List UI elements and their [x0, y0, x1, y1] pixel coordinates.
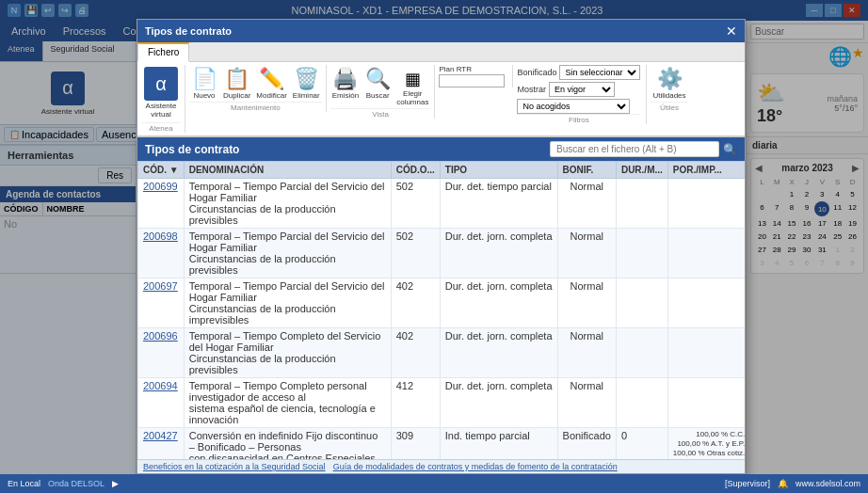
atena-group: α Asistentevirtual Atenea — [141, 65, 185, 133]
row-por — [667, 378, 745, 428]
tipos-contrato-modal: Tipos de contrato ✕ Fichero α Asistentev… — [137, 19, 746, 474]
bottom-links-bar: Beneficios en la cotización a la Segurid… — [137, 459, 745, 473]
bottom-status-bar: En Local Onda DELSOL ▶ [Supervisor] 🔔 ww… — [0, 474, 868, 493]
modal-ribbon-content: α Asistentevirtual Atenea 📄 Nuevo 📋 Dupl… — [137, 62, 745, 136]
utilidades-buttons: ⚙️ Utilidades — [651, 65, 687, 102]
vista-buttons: 🖨️ Emisión 🔍 Buscar ▦ Elegircolumnas — [330, 65, 431, 108]
website-label: www.sdelsol.com — [796, 479, 860, 488]
table-row[interactable]: 200696 Temporal – Tiempo Completo del Se… — [138, 328, 746, 378]
table-row[interactable]: 200699 Temporal – Tiempo Parcial del Ser… — [138, 179, 746, 229]
row-tipo: Dur. det. tiempo parcial — [440, 179, 557, 229]
row-por — [667, 179, 745, 229]
row-codo: 402 — [391, 328, 440, 378]
percent-line-1: 100,00 % C.C. — [673, 430, 745, 438]
plan-rtr-input[interactable] — [439, 74, 505, 87]
mostrar-row: Mostrar En vigor Todos Caducados — [517, 82, 640, 97]
row-name: Temporal – Tiempo Completo del Servicio … — [184, 328, 391, 378]
col-dur[interactable]: DUR./M... — [616, 162, 667, 179]
row-por — [667, 278, 745, 328]
row-tipo: Dur. det. jorn. completa — [440, 278, 557, 328]
row-bonif: Normal — [557, 378, 616, 428]
row-code[interactable]: 200697 — [138, 278, 185, 328]
row-tipo: Dur. det. jorn. completa — [440, 229, 557, 278]
modal-tab-fichero[interactable]: Fichero — [137, 42, 189, 62]
col-codigo[interactable]: CÓD. ▼ — [138, 162, 185, 179]
plan-rtr-label: Plan RTR — [439, 65, 505, 73]
row-por — [667, 328, 745, 378]
row-code[interactable]: 200696 — [138, 328, 185, 378]
row-name: Temporal – Tiempo Completo personal inve… — [184, 378, 391, 428]
percent-line-2: 100,00 % A.T. y E.P. — [673, 439, 745, 448]
mostrar-select[interactable]: En vigor Todos Caducados — [549, 82, 615, 97]
mantenimiento-label: Mantenimiento — [189, 102, 322, 112]
eliminar-button[interactable]: 🗑️ Eliminar — [291, 65, 322, 102]
filtros-group: Bonificado Sin seleccionar Sí No Mostrar… — [517, 65, 647, 124]
percent-line-3: 100,00 % Otras cotiz. — [673, 449, 745, 457]
table-row[interactable]: 200427 Conversión en indefinido Fijo dis… — [138, 428, 746, 460]
table-row[interactable]: 200698 Temporal – Tiempo Parcial del Ser… — [138, 229, 746, 278]
row-por — [667, 229, 745, 278]
row-code[interactable]: 200699 — [138, 179, 185, 229]
modal-content-title: Tipos de contrato — [145, 143, 239, 156]
modificar-button[interactable]: ✏️ Modificar — [254, 65, 288, 102]
local-label: En Local — [8, 479, 40, 488]
tipos-contrato-table: CÓD. ▼ DENOMINACIÓN CÓD.O... TIPO BONIF.… — [137, 161, 745, 459]
utiles-label: Útiles — [651, 102, 687, 112]
utilidades-button[interactable]: ⚙️ Utilidades — [651, 65, 687, 102]
modal-tab-bar: Fichero — [137, 42, 745, 62]
row-tipo: Dur. det. jorn. completa — [440, 328, 557, 378]
modal-title: Tipos de contrato — [145, 25, 232, 37]
row-code[interactable]: 200427 — [138, 428, 185, 460]
mostrar-label: Mostrar — [517, 85, 546, 94]
table-container[interactable]: CÓD. ▼ DENOMINACIÓN CÓD.O... TIPO BONIF.… — [137, 161, 745, 459]
row-dur — [616, 179, 667, 229]
vista-group: 🖨️ Emisión 🔍 Buscar ▦ Elegircolumnas Vis… — [330, 65, 436, 119]
row-code[interactable]: 200698 — [138, 229, 185, 278]
no-acogidos-select[interactable]: No acogidos Todos — [517, 99, 630, 114]
atena-buttons: α Asistentevirtual — [141, 65, 181, 120]
mantenimiento-buttons: 📄 Nuevo 📋 Duplicar ✏️ Modificar 🗑️ Elimi… — [189, 65, 322, 102]
col-tipo[interactable]: TIPO — [440, 162, 557, 179]
duplicar-button[interactable]: 📋 Duplicar — [221, 65, 252, 102]
row-bonif: Bonificado — [557, 428, 616, 460]
emision-button[interactable]: 🖨️ Emisión — [330, 65, 361, 108]
modal-asistente-button[interactable]: α Asistentevirtual — [141, 65, 181, 120]
row-dur — [616, 328, 667, 378]
row-bonif: Normal — [557, 278, 616, 328]
guia-link[interactable]: Guía de modalidades de contratos y medid… — [333, 462, 618, 471]
modal-ribbon: Fichero α Asistentevirtual Atenea — [137, 42, 745, 137]
vista-label: Vista — [330, 108, 431, 119]
supervisor-label: [Supervisor] — [725, 479, 770, 488]
col-cod-o[interactable]: CÓD.O... — [391, 162, 440, 179]
bonificado-label: Bonificado — [517, 68, 556, 77]
no-acogidos-row: No acogidos Todos — [517, 99, 640, 114]
table-row[interactable]: 200697 Temporal – Tiempo Parcial del Ser… — [138, 278, 746, 328]
bonificado-row: Bonificado Sin seleccionar Sí No — [517, 65, 640, 80]
col-bonif[interactable]: BONIF. — [557, 162, 616, 179]
mantenimiento-group: 📄 Nuevo 📋 Duplicar ✏️ Modificar 🗑️ Elimi… — [189, 65, 327, 112]
col-denominacion[interactable]: DENOMINACIÓN — [184, 162, 391, 179]
nuevo-button[interactable]: 📄 Nuevo — [189, 65, 219, 102]
buscar-button[interactable]: 🔍 Buscar — [362, 65, 393, 108]
row-codo: 309 — [391, 428, 440, 460]
row-name: Temporal – Tiempo Parcial del Servicio d… — [184, 179, 391, 229]
modal-search-area: 🔍 — [550, 141, 737, 157]
plan-rtr-group: Plan RTR — [439, 65, 513, 87]
table-search-input[interactable] — [550, 141, 719, 157]
row-bonif: Normal — [557, 328, 616, 378]
bonificado-select[interactable]: Sin seleccionar Sí No — [559, 65, 640, 80]
row-codo: 502 — [391, 229, 440, 278]
row-codo: 412 — [391, 378, 440, 428]
row-code[interactable]: 200694 — [138, 378, 185, 428]
table-row[interactable]: 200694 Temporal – Tiempo Completo person… — [138, 378, 746, 428]
col-por[interactable]: POR./IMP... — [667, 162, 745, 179]
row-dur — [616, 278, 667, 328]
onda-label[interactable]: Onda DELSOL — [48, 479, 104, 488]
row-dur: 0 — [616, 428, 667, 460]
elegir-columnas-button[interactable]: ▦ Elegircolumnas — [394, 65, 430, 108]
beneficios-link[interactable]: Beneficios en la cotización a la Segurid… — [143, 462, 326, 471]
row-name: Temporal – Tiempo Parcial del Servicio d… — [184, 229, 391, 278]
modal-close-button[interactable]: ✕ — [726, 24, 737, 38]
bell-icon: 🔔 — [778, 479, 788, 488]
utilidades-group: ⚙️ Utilidades Útiles — [651, 65, 691, 112]
